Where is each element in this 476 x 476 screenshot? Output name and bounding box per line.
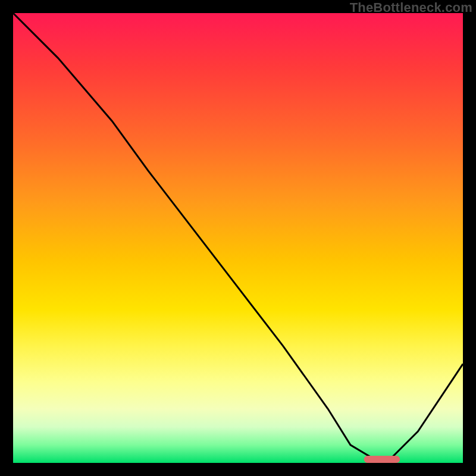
optimal-marker-layer — [13, 13, 463, 463]
plot-area — [13, 13, 463, 463]
optimal-range-marker — [364, 456, 400, 463]
watermark-text: TheBottleneck.com — [350, 0, 472, 15]
chart-stage: TheBottleneck.com — [0, 0, 476, 476]
